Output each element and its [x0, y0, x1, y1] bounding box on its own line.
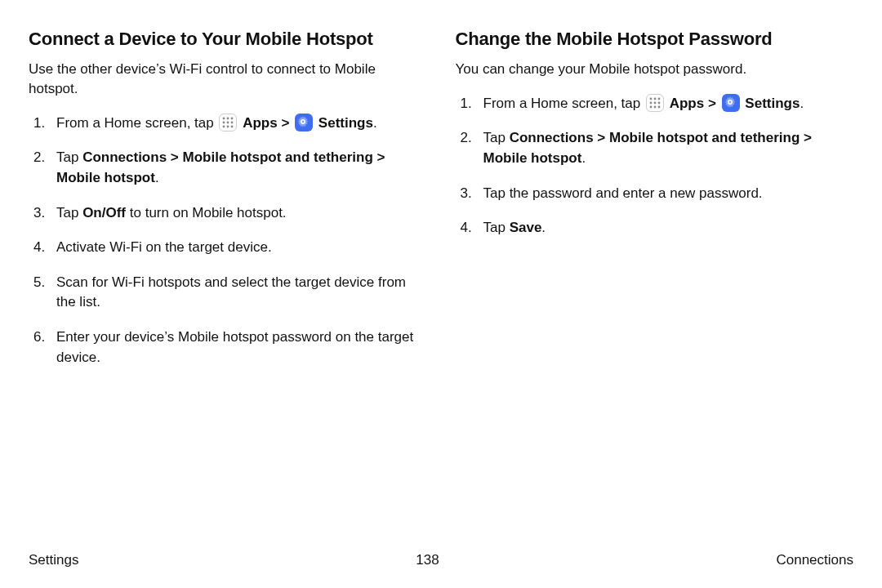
svg-point-4 [227, 121, 229, 123]
svg-point-10 [654, 97, 657, 100]
svg-point-15 [650, 105, 653, 108]
step-text: Tap [56, 149, 82, 165]
left-step-2: Tap Connections > Mobile hotspot and tet… [29, 148, 427, 188]
footer-left: Settings [29, 552, 78, 568]
footer-right: Connections [776, 552, 853, 568]
left-step-4: Activate Wi-Fi on the target device. [29, 238, 427, 258]
two-column-layout: Connect a Device to Your Mobile Hotspot … [29, 29, 853, 382]
left-intro: Use the other device’s Wi-Fi control to … [29, 60, 427, 99]
apps-label: Apps [670, 96, 705, 111]
right-step-2: Tap Connections > Mobile hotspot and tet… [456, 128, 854, 168]
manual-page: Connect a Device to Your Mobile Hotspot … [0, 0, 882, 588]
period: . [581, 150, 586, 166]
svg-point-7 [227, 125, 229, 127]
svg-point-13 [654, 101, 657, 104]
chevron-icon: > [708, 96, 716, 111]
svg-point-1 [227, 117, 229, 119]
period: . [155, 170, 159, 185]
bold-path: Mobile hotspot [56, 170, 155, 185]
right-steps: From a Home screen, tap Apps > Settings.… [456, 94, 854, 238]
left-step-5: Scan for Wi-Fi hotspots and select the t… [29, 273, 427, 313]
svg-point-11 [658, 97, 661, 100]
settings-icon [722, 94, 740, 112]
left-steps: From a Home screen, tap Apps > Settings.… [29, 114, 427, 368]
svg-point-14 [658, 101, 661, 104]
apps-icon [646, 94, 664, 112]
apps-icon [219, 114, 237, 131]
left-step-6: Enter your device’s Mobile hotspot passw… [29, 327, 427, 368]
left-heading: Connect a Device to Your Mobile Hotspot [29, 29, 427, 50]
svg-point-16 [654, 105, 657, 108]
left-step-1: From a Home screen, tap Apps > Settings. [29, 114, 427, 134]
chevron-icon: > [804, 130, 812, 145]
svg-point-8 [231, 125, 234, 127]
svg-point-0 [223, 117, 225, 119]
step-text: Tap [483, 220, 510, 235]
chevron-icon: > [171, 149, 179, 165]
left-column: Connect a Device to Your Mobile Hotspot … [29, 29, 427, 382]
step-text: to turn on Mobile hotspot. [126, 205, 287, 220]
page-footer: Settings 138 Connections [29, 552, 853, 568]
settings-icon [295, 114, 313, 131]
svg-point-12 [650, 101, 653, 104]
footer-page-number: 138 [416, 552, 439, 568]
svg-point-2 [231, 117, 234, 119]
right-column: Change the Mobile Hotspot Password You c… [456, 29, 854, 382]
chevron-icon: > [597, 130, 605, 145]
step-text: From a Home screen, tap [483, 96, 644, 111]
svg-point-17 [658, 105, 661, 108]
step-text: Tap [483, 130, 510, 145]
svg-point-5 [231, 121, 234, 123]
svg-point-3 [223, 121, 225, 123]
right-heading: Change the Mobile Hotspot Password [456, 29, 854, 50]
step-text: Tap [56, 205, 82, 220]
bold-path: Connections [82, 149, 167, 165]
apps-label: Apps [243, 115, 278, 131]
bold-path: Connections [510, 130, 594, 145]
period: . [541, 220, 546, 235]
svg-point-9 [650, 97, 653, 100]
bold-path: Mobile hotspot and tethering [183, 149, 373, 165]
bold-path: Mobile hotspot [483, 150, 582, 166]
bold-save: Save [510, 220, 542, 235]
right-step-1: From a Home screen, tap Apps > Settings. [456, 94, 854, 114]
period: . [800, 96, 804, 111]
step-text: From a Home screen, tap [56, 115, 217, 131]
svg-point-6 [223, 125, 225, 127]
right-step-4: Tap Save. [456, 218, 854, 238]
right-step-3: Tap the password and enter a new passwor… [456, 184, 854, 204]
right-intro: You can change your Mobile hotspot passw… [456, 60, 854, 79]
left-step-3: Tap On/Off to turn on Mobile hotspot. [29, 203, 427, 224]
settings-label: Settings [318, 115, 373, 131]
settings-label: Settings [745, 96, 800, 111]
bold-path: Mobile hotspot and tethering [609, 130, 800, 145]
period: . [373, 115, 377, 131]
chevron-icon: > [281, 115, 289, 131]
chevron-icon: > [377, 149, 385, 165]
bold-onoff: On/Off [82, 205, 126, 220]
